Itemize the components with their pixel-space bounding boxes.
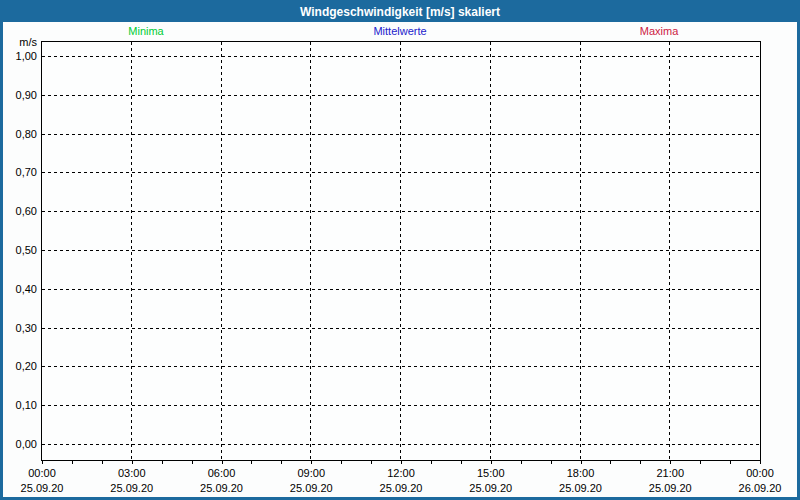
x-axis-tick xyxy=(192,460,193,464)
legend-item-mittelwerte: Mittelwerte xyxy=(373,25,426,38)
y-tick-label: 0,00 xyxy=(3,438,37,450)
x-tick-time: 00:00 xyxy=(28,467,56,479)
x-axis-tick xyxy=(551,460,552,464)
x-axis-tick xyxy=(730,460,731,464)
x-axis-tick xyxy=(102,460,103,464)
x-axis-tick xyxy=(670,460,671,464)
y-gridline xyxy=(42,444,760,445)
y-gridline xyxy=(42,95,760,96)
y-tick-label: 0,80 xyxy=(3,128,37,140)
chart-content: MinimaMittelwerteMaxima m/s 00:0025.09.2… xyxy=(3,3,797,497)
plot-area xyxy=(41,41,761,461)
x-axis-tick xyxy=(42,460,43,464)
y-tick-label: 0,20 xyxy=(3,360,37,372)
x-tick-time: 21:00 xyxy=(656,467,684,479)
x-gridline xyxy=(131,42,132,460)
x-tick-date: 25.09.20 xyxy=(380,482,423,494)
x-axis-tick xyxy=(581,460,582,464)
x-tick-time: 09:00 xyxy=(297,467,325,479)
x-axis-tick xyxy=(132,460,133,464)
x-tick-time: 18:00 xyxy=(567,467,595,479)
chart-window: Windgeschwindigkeit [m/s] skaliert Minim… xyxy=(0,0,800,500)
y-gridline xyxy=(42,289,760,290)
y-gridline xyxy=(42,250,760,251)
x-tick-time: 12:00 xyxy=(387,467,415,479)
x-axis-tick xyxy=(72,460,73,464)
x-tick-date: 25.09.20 xyxy=(649,482,692,494)
x-axis-tick xyxy=(760,460,761,464)
x-axis-tick xyxy=(610,460,611,464)
x-tick-time: 06:00 xyxy=(208,467,236,479)
y-gridline xyxy=(42,366,760,367)
x-tick-date: 25.09.20 xyxy=(200,482,243,494)
x-tick-time: 03:00 xyxy=(118,467,146,479)
x-gridline xyxy=(400,42,401,460)
y-tick-label: 0,40 xyxy=(3,283,37,295)
y-axis-unit: m/s xyxy=(3,36,37,48)
x-axis-tick xyxy=(371,460,372,464)
x-gridline xyxy=(221,42,222,460)
y-tick-label: 0,70 xyxy=(3,166,37,178)
x-tick-date: 26.09.20 xyxy=(739,482,782,494)
y-gridline xyxy=(42,56,760,57)
x-axis-tick xyxy=(401,460,402,464)
x-axis-tick xyxy=(222,460,223,464)
x-gridline xyxy=(490,42,491,460)
x-gridline xyxy=(580,42,581,460)
y-tick-label: 1,00 xyxy=(3,50,37,62)
x-tick-date: 25.09.20 xyxy=(469,482,512,494)
x-axis-tick xyxy=(491,460,492,464)
x-axis-tick xyxy=(640,460,641,464)
x-tick-date: 25.09.20 xyxy=(21,482,64,494)
x-axis-tick xyxy=(341,460,342,464)
y-gridline xyxy=(42,134,760,135)
legend-item-minima: Minima xyxy=(128,25,163,38)
x-axis-tick xyxy=(521,460,522,464)
y-gridline xyxy=(42,172,760,173)
x-axis-tick xyxy=(162,460,163,464)
x-axis-tick xyxy=(431,460,432,464)
x-axis-tick xyxy=(311,460,312,464)
x-tick-date: 25.09.20 xyxy=(110,482,153,494)
y-tick-label: 0,90 xyxy=(3,89,37,101)
x-tick-date: 25.09.20 xyxy=(290,482,333,494)
x-gridline xyxy=(669,42,670,460)
x-tick-time: 00:00 xyxy=(746,467,774,479)
y-gridline xyxy=(42,328,760,329)
x-axis-tick xyxy=(461,460,462,464)
x-tick-date: 25.09.20 xyxy=(559,482,602,494)
x-tick-time: 15:00 xyxy=(477,467,505,479)
x-gridline xyxy=(310,42,311,460)
y-tick-label: 0,10 xyxy=(3,399,37,411)
y-gridline xyxy=(42,211,760,212)
y-tick-label: 0,60 xyxy=(3,205,37,217)
x-axis-tick xyxy=(700,460,701,464)
x-axis-tick xyxy=(251,460,252,464)
y-gridline xyxy=(42,405,760,406)
y-tick-label: 0,50 xyxy=(3,244,37,256)
y-tick-label: 0,30 xyxy=(3,322,37,334)
x-axis-tick xyxy=(281,460,282,464)
legend-item-maxima: Maxima xyxy=(640,25,679,38)
